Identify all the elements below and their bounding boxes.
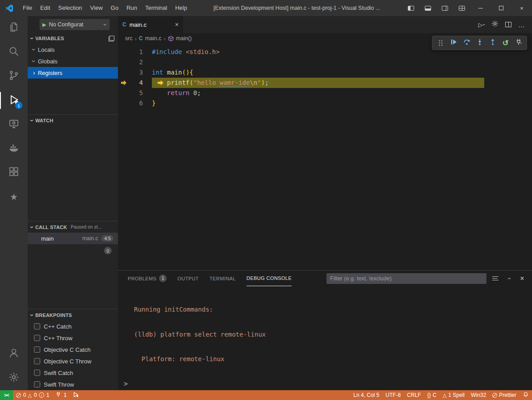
maximize-panel-button[interactable]: › — [503, 273, 514, 284]
menu-terminal[interactable]: Terminal — [141, 0, 171, 16]
debug-repl-input[interactable]: > — [118, 378, 532, 390]
breakpoint-item-swift-catch[interactable]: Swift Catch — [28, 367, 118, 379]
debug-status[interactable] — [70, 390, 82, 400]
tab-problems[interactable]: PROBLEMS 1 — [128, 271, 167, 286]
breakpoint-checkbox[interactable] — [34, 346, 40, 353]
menu-run[interactable]: Run — [122, 0, 141, 16]
callstack-section-header[interactable]: › CALL STACK Paused on st... — [28, 221, 118, 233]
spell-checker-status[interactable]: △ 1 Spell — [440, 390, 468, 400]
debug-toolbar: ↺ › — [432, 36, 527, 50]
watch-section-header[interactable]: › WATCH — [28, 114, 118, 126]
debug-config-dropdown[interactable]: ▶ No Configurat › — [39, 19, 110, 30]
variables-globals-row[interactable]: › Globals — [28, 55, 118, 67]
eol-indicator[interactable]: CRLF — [404, 390, 424, 400]
frame-name: main — [41, 235, 54, 242]
debug-console-output[interactable]: Running initCommands: (lldb) platform se… — [118, 286, 532, 378]
search-icon — [8, 46, 19, 58]
breakpoint-item-objc-catch[interactable]: Objective C Catch — [28, 344, 118, 355]
breakpoint-checkbox[interactable] — [34, 381, 40, 388]
output-actions-button[interactable] — [490, 273, 501, 284]
disconnect-button[interactable]: › — [512, 37, 525, 49]
sidebar-item-remote-explorer[interactable] — [0, 112, 28, 137]
sidebar-item-extensions[interactable] — [0, 161, 28, 185]
warning-icon: △ — [443, 392, 446, 398]
split-editor-button[interactable] — [503, 19, 514, 30]
run-file-button[interactable]: ▷› — [476, 19, 487, 30]
breakpoint-checkbox[interactable] — [34, 335, 40, 341]
problems-status[interactable]: 0 △ 0 i 1 — [13, 390, 53, 400]
breadcrumb-file[interactable]: main.c — [145, 35, 162, 42]
breakpoint-item-objc-throw[interactable]: Objective C Throw — [28, 355, 118, 367]
breadcrumb-symbol[interactable]: main() — [176, 35, 192, 42]
callstack-frame-row[interactable]: main main.c 4:5 — [28, 233, 118, 244]
notifications-button[interactable] — [519, 390, 532, 400]
maximize-icon[interactable] — [491, 0, 511, 16]
variables-locals-row[interactable]: › Locals — [28, 44, 118, 55]
sidebar-item-accounts[interactable] — [0, 342, 28, 366]
account-icon — [8, 348, 19, 360]
tab-terminal[interactable]: TERMINAL — [209, 271, 236, 286]
breakpoint-checkbox[interactable] — [34, 323, 40, 329]
breakpoint-item-cpp-throw[interactable]: C++ Throw — [28, 332, 118, 344]
toolbar-drag-handle[interactable] — [434, 37, 447, 49]
breadcrumb-folder[interactable]: src — [125, 35, 133, 42]
prompt-chevron-icon: > — [124, 380, 128, 388]
language-mode[interactable]: {} C — [424, 390, 440, 400]
breakpoint-checkbox[interactable] — [34, 370, 40, 376]
collapse-all-icon[interactable] — [109, 36, 114, 42]
close-panel-button[interactable]: × — [517, 273, 528, 284]
step-into-button[interactable] — [473, 37, 486, 49]
console-filter-input[interactable] — [327, 273, 486, 284]
symbol-method-icon — [168, 36, 174, 42]
sidebar-item-settings[interactable] — [0, 366, 28, 390]
start-debug-icon[interactable]: ▶ — [42, 22, 46, 28]
close-icon[interactable]: × — [511, 0, 532, 16]
customize-layout-icon[interactable] — [453, 0, 470, 16]
sidebar-item-source-control[interactable] — [0, 64, 28, 88]
menu-go[interactable]: Go — [107, 0, 122, 16]
restart-button[interactable]: ↺ — [499, 37, 512, 49]
menu-edit[interactable]: Edit — [36, 0, 54, 16]
more-actions-button[interactable]: … — [516, 19, 528, 30]
step-out-button[interactable] — [486, 37, 499, 49]
tab-output[interactable]: OUTPUT — [177, 271, 199, 286]
menu-help[interactable]: Help — [171, 0, 191, 16]
variables-section-header[interactable]: › VARIABLES — [28, 33, 118, 44]
cursor-position[interactable]: Ln 4, Col 5 — [350, 390, 382, 400]
encoding-indicator[interactable]: UTF-8 — [382, 390, 404, 400]
editor-settings-button[interactable] — [489, 19, 501, 30]
menu-selection[interactable]: Selection — [54, 0, 86, 16]
breakpoint-item-swift-throw[interactable]: Swift Throw — [28, 379, 118, 390]
formatter-status[interactable]: Prettier — [489, 390, 519, 400]
breakpoint-label: Swift Catch — [44, 370, 73, 376]
breakpoint-item-cpp-catch[interactable]: C++ Catch — [28, 321, 118, 332]
breakpoints-section-header[interactable]: › BREAKPOINTS — [28, 309, 118, 321]
sidebar-item-explorer[interactable] — [0, 16, 28, 40]
console-line: Running initCommands: — [134, 304, 532, 315]
variables-registers-row[interactable]: › Registers — [28, 67, 118, 79]
platform-indicator[interactable]: Win32 — [468, 390, 489, 400]
tab-label: main.c — [130, 21, 172, 28]
sidebar-item-run-debug[interactable]: 1 — [0, 88, 28, 112]
menu-file[interactable]: File — [19, 0, 36, 16]
step-out-icon — [489, 38, 496, 47]
minimize-icon[interactable] — [470, 0, 491, 16]
breakpoint-checkbox[interactable] — [34, 358, 40, 364]
step-over-button[interactable] — [460, 37, 473, 49]
breakpoints-title: BREAKPOINTS — [35, 312, 72, 318]
toggle-sidebar-icon[interactable] — [402, 0, 419, 16]
ports-status[interactable]: 1 — [52, 390, 70, 400]
toggle-panel-icon[interactable] — [419, 0, 436, 16]
menu-view[interactable]: View — [86, 0, 107, 16]
remote-indicator[interactable]: >< — [0, 390, 13, 400]
sidebar-item-docker[interactable] — [0, 137, 28, 161]
tab-debug-console[interactable]: DEBUG CONSOLE — [247, 271, 292, 286]
sidebar-item-starred[interactable]: ★ — [0, 185, 28, 209]
toggle-secondary-sidebar-icon[interactable] — [436, 0, 453, 16]
tab-main-c[interactable]: C main.c × — [118, 16, 183, 33]
vscode-logo — [0, 4, 19, 12]
close-tab-icon[interactable]: × — [175, 21, 179, 28]
continue-button[interactable] — [447, 37, 460, 49]
code-editor[interactable]: 1 #include <stdio.h> 2 3 int main(){ 4 p… — [118, 44, 532, 270]
sidebar-item-search[interactable] — [0, 40, 28, 64]
